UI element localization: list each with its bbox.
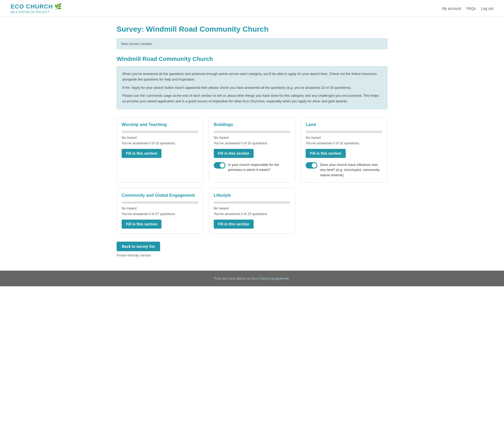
toggle-label-land: Does your church have influence over any… — [320, 162, 382, 178]
sections-row-1: Worship and Teaching No Award You've ans… — [117, 117, 387, 183]
card-title-lifestyle: Lifestyle — [214, 193, 291, 198]
logo-subtitle: AN A ROCHA UK PROJECT — [11, 11, 62, 14]
progress-bar-lifestyle — [214, 202, 291, 204]
toggle-track-buildings — [214, 162, 225, 169]
printer-friendly-link[interactable]: Printer-friendly version — [117, 253, 387, 257]
main-content: Survey: Windmill Road Community Church N… — [111, 17, 393, 271]
faqs-link[interactable]: FAQs — [466, 6, 476, 11]
fill-btn-lifestyle[interactable]: Fill in this section — [214, 220, 254, 229]
footer-text: Find out more about our — [214, 276, 252, 280]
progress-bar-land — [306, 131, 382, 133]
info-box: When you've answered all the questions a… — [117, 66, 387, 109]
card-title-community: Community and Global Engagement — [122, 193, 198, 198]
award-community: No Award — [122, 206, 198, 210]
page-title: Survey: Windmill Road Community Church — [117, 25, 387, 33]
progress-bar-community — [122, 202, 198, 204]
church-name: Windmill Road Community Church — [117, 56, 387, 62]
info-paragraph-1: When you've answered all the questions a… — [122, 71, 382, 82]
toggle-label-buildings: Is your church responsible for the premi… — [228, 162, 291, 173]
award-land: No Award — [306, 136, 382, 140]
footer-suffix: . — [289, 276, 290, 280]
my-account-link[interactable]: My account — [442, 6, 461, 11]
toggle-row-buildings: Is your church responsible for the premi… — [214, 162, 291, 173]
leaf-icon: 🌿 — [54, 3, 62, 10]
site-footer: Find out more about our Eco Church progr… — [0, 271, 504, 286]
info-paragraph-2: If the 'Apply for your award' button has… — [122, 85, 382, 91]
eco-church-programme-link[interactable]: Eco Church programme — [252, 276, 289, 280]
progress-bar-worship — [122, 131, 198, 133]
toggle-track-land — [306, 162, 317, 169]
card-title-land: Land — [306, 122, 382, 127]
toggle-thumb-land — [312, 163, 317, 168]
questions-lifestyle: You've answered 0 of 15 questions. — [214, 212, 291, 216]
sections-row-2: Community and Global Engagement No Award… — [117, 188, 387, 234]
fill-btn-buildings[interactable]: Fill in this section — [214, 149, 254, 158]
toggle-thumb-buildings — [220, 163, 225, 168]
progress-bar-buildings — [214, 131, 291, 133]
bottom-actions: Back to survey list Printer-friendly ver… — [117, 242, 387, 257]
fill-btn-community[interactable]: Fill in this section — [122, 220, 161, 229]
toggle-row-land: Does your church have influence over any… — [306, 162, 382, 178]
fill-btn-worship[interactable]: Fill in this section — [122, 149, 161, 158]
card-land: Land No Award You've answered 0 of 16 qu… — [301, 117, 387, 183]
questions-community: You've answered 0 of 27 questions. — [122, 212, 198, 216]
main-nav: My account FAQs Log out — [442, 6, 493, 11]
card-lifestyle: Lifestyle No Award You've answered 0 of … — [209, 188, 296, 234]
award-worship: No Award — [122, 136, 198, 140]
award-buildings: No Award — [214, 136, 291, 140]
back-to-survey-list-button[interactable]: Back to survey list — [117, 242, 160, 251]
info-paragraph-3: Please use the 'comments' page at the en… — [122, 93, 382, 104]
questions-land: You've answered 0 of 16 questions. — [306, 141, 382, 145]
fill-btn-land[interactable]: Fill in this section — [306, 149, 345, 158]
card-worship-and-teaching: Worship and Teaching No Award You've ans… — [117, 117, 203, 183]
card-title-buildings: Buildings — [214, 122, 291, 127]
toggle-buildings[interactable] — [214, 162, 225, 169]
card-buildings: Buildings No Award You've answered 0 of … — [209, 117, 296, 183]
site-header: ECO CHURCH 🌿 AN A ROCHA UK PROJECT My ac… — [0, 0, 504, 17]
card-title-worship: Worship and Teaching — [122, 122, 198, 127]
logo: ECO CHURCH 🌿 AN A ROCHA UK PROJECT — [11, 3, 62, 14]
award-lifestyle: No Award — [214, 206, 291, 210]
questions-buildings: You've answered 0 of 33 questions. — [214, 141, 291, 145]
card-community: Community and Global Engagement No Award… — [117, 188, 203, 234]
toggle-land[interactable] — [306, 162, 317, 169]
logo-text: ECO CHURCH — [11, 3, 53, 10]
questions-worship: You've answered 0 of 10 questions. — [122, 141, 198, 145]
log-out-link[interactable]: Log out — [481, 6, 493, 11]
notification-bar: New survey created. — [117, 38, 387, 49]
